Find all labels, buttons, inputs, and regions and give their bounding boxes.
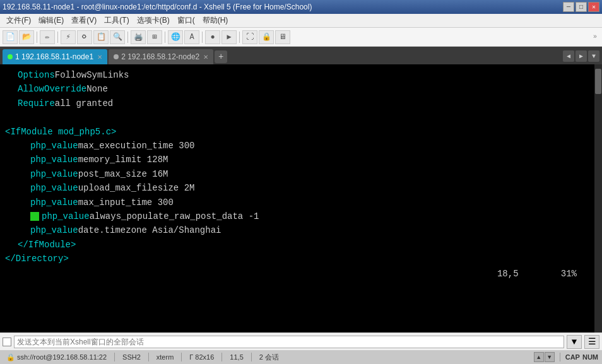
status-sep5	[251, 353, 252, 361]
toolbar-play[interactable]: ▶	[221, 30, 237, 44]
toolbar-globe[interactable]: 🌐	[168, 30, 183, 44]
menu-edit[interactable]: 编辑(E)	[35, 14, 68, 27]
terminal-text: Require	[18, 97, 55, 110]
toolbar-disconnect[interactable]: ⭘	[77, 30, 92, 44]
minimize-button[interactable]: ─	[563, 2, 574, 12]
toolbar: 📄 📂 ✏️ ⚡ ⭘ 📋 🔍 🖨️ ⊞ 🌐 A ● ▶ ⛶ 🔒 🖥 »	[0, 28, 602, 47]
tab-close-1[interactable]: ✕	[97, 54, 102, 61]
scroll-up-btn[interactable]: ▲	[534, 352, 544, 362]
toolbar-copy[interactable]: 📋	[93, 30, 109, 44]
menu-window[interactable]: 窗口(	[174, 14, 199, 27]
terminal-line-1: Options FollowSymLinks	[5, 68, 589, 82]
terminal-text: None	[86, 82, 108, 96]
scroll-down-btn[interactable]: ▼	[545, 352, 555, 362]
menu-tabs[interactable]: 选项卡(B)	[133, 14, 174, 27]
menu-tools[interactable]: 工具(T)	[100, 14, 133, 27]
send-dropdown[interactable]: ▼	[567, 335, 582, 349]
terminal-text: php_value	[30, 181, 78, 195]
menu-view[interactable]: 查看(V)	[68, 14, 100, 27]
size-text: 82x16	[195, 353, 214, 361]
tab-dot-inactive	[114, 54, 119, 59]
terminal-line-3: Require all granted	[5, 97, 589, 110]
terminal-text: </IfModule>	[18, 238, 76, 252]
terminal-text: FollowSymLinks	[55, 68, 129, 82]
terminal[interactable]: Options FollowSymLinks AllowOverride Non…	[0, 64, 594, 332]
toolbar-sep5	[202, 32, 203, 43]
terminal-text: always_populate_raw_post_data -1	[90, 209, 259, 223]
title-bar: 192.168.58.11-node1 - root@linux-node1:/…	[0, 0, 602, 14]
tab-next[interactable]: ▶	[575, 50, 587, 62]
toolbar-copy2[interactable]: ⊞	[147, 30, 162, 44]
terminal-text: all granted	[55, 97, 113, 110]
cap-text: CAP	[565, 353, 580, 361]
terminal-line-10: php_value always_populate_raw_post_data …	[5, 209, 589, 223]
terminal-line-8: php_value upload_max_filesize 2M	[5, 181, 589, 195]
status-sep2	[148, 353, 149, 361]
toolbar-edit[interactable]: ✏️	[40, 30, 55, 44]
toolbar-monitor[interactable]: 🖥	[275, 30, 290, 44]
bottom-bar: ▼ ☰	[0, 332, 602, 350]
tab-node2[interactable]: 2 192.168.58.12-node2 ✕	[109, 49, 213, 64]
status-sep4	[221, 353, 222, 361]
terminal-line-7: php_value post_max_size 16M	[5, 167, 589, 181]
tab-prev[interactable]: ◀	[563, 50, 574, 62]
status-sep6	[560, 353, 560, 361]
maximize-button[interactable]: □	[575, 2, 587, 12]
terminal-text: php_value	[30, 139, 78, 153]
terminal-text: php_value	[30, 167, 78, 181]
tab-add-button[interactable]: +	[215, 50, 227, 63]
tab-menu[interactable]: ▼	[588, 50, 599, 62]
terminal-text: AllowOverride	[18, 82, 86, 96]
terminal-text: php_value	[30, 153, 78, 167]
tab-nav: ◀ ▶ ▼	[563, 50, 599, 62]
toolbar-connect[interactable]: ⚡	[61, 30, 76, 44]
toolbar-sep4	[165, 32, 165, 43]
status-sessions: 2 会话	[257, 353, 281, 362]
scrollbar-thumb[interactable]	[595, 69, 601, 94]
window-controls: ─ □ ✕	[563, 2, 599, 12]
menu-help[interactable]: 帮助(H)	[199, 14, 232, 27]
terminal-text: php_value	[30, 196, 78, 209]
send-input[interactable]	[14, 336, 564, 348]
line-marker-green	[30, 212, 39, 221]
terminal-line-6: php_value memory_limit 128M	[5, 153, 589, 167]
position-text: 18,5	[497, 267, 519, 281]
toolbar-rec[interactable]: ●	[205, 30, 220, 44]
toolbar-open[interactable]: 📂	[19, 30, 34, 44]
status-sep1	[114, 353, 115, 361]
path-text: ssh://root@192.168.58.11:22	[17, 353, 107, 361]
close-button[interactable]: ✕	[588, 2, 599, 12]
status-path: 🔒 ssh://root@192.168.58.11:22	[4, 353, 109, 361]
terminal-line-ifmodule: <IfModule mod_php5.c>	[5, 125, 589, 139]
toolbar-lock[interactable]: 🔒	[259, 30, 274, 44]
terminal-text: php_value	[30, 223, 78, 237]
tab-node1[interactable]: 1 192.168.58.11-node1 ✕	[3, 49, 107, 64]
cursor-position: 18,5 31%	[5, 266, 589, 282]
menu-file[interactable]: 文件(F)	[3, 14, 35, 27]
toolbar-fullscreen[interactable]: ⛶	[242, 30, 257, 44]
send-checkbox[interactable]	[3, 338, 11, 346]
toolbar-print[interactable]: 🖨️	[131, 30, 146, 44]
terminal-line-13: </Directory>	[5, 252, 589, 266]
scroll-buttons: ▲ ▼	[534, 352, 555, 362]
status-size: Γ 82x16	[187, 353, 216, 361]
toolbar-expand[interactable]: »	[591, 32, 599, 42]
vertical-scrollbar[interactable]	[594, 64, 602, 332]
caps-num-indicator: CAP NUM	[565, 353, 598, 361]
menu-bar: 文件(F) 编辑(E) 查看(V) 工具(T) 选项卡(B) 窗口( 帮助(H)	[0, 14, 602, 28]
toolbar-font[interactable]: A	[184, 30, 199, 44]
toolbar-search[interactable]: 🔍	[110, 30, 125, 44]
send-menu[interactable]: ☰	[584, 335, 599, 349]
toolbar-sep1	[37, 32, 37, 43]
toolbar-new[interactable]: 📄	[3, 30, 18, 44]
status-sep3	[181, 353, 182, 361]
tab-bar: 1 192.168.58.11-node1 ✕ 2 192.168.58.12-…	[0, 47, 602, 64]
status-ssh: SSH2	[120, 353, 143, 361]
terminal-text: max_execution_time 300	[78, 139, 195, 153]
tab-close-2[interactable]: ✕	[203, 54, 208, 61]
scroll-percent: 31%	[561, 267, 577, 281]
status-term: xterm	[154, 353, 177, 361]
terminal-line-5: php_value max_execution_time 300	[5, 139, 589, 153]
terminal-text: </Directory>	[5, 252, 69, 266]
status-cursor: 11,5	[227, 353, 245, 361]
